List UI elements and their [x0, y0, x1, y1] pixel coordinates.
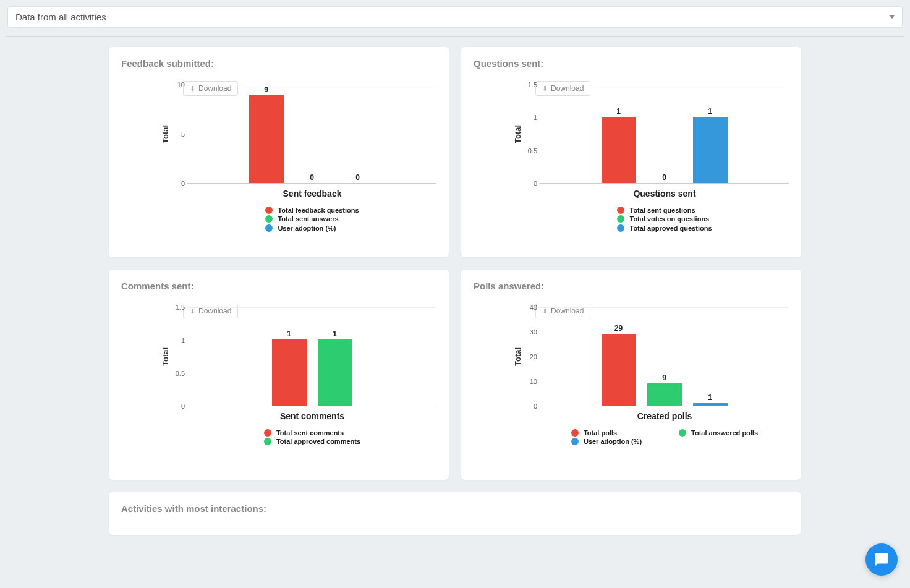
bar-slot: 9	[647, 308, 682, 406]
y-tick: 0	[534, 403, 537, 410]
legend-label: Total sent comments	[276, 428, 344, 437]
y-tick: 10	[530, 378, 537, 385]
y-tick: 20	[530, 353, 537, 360]
x-axis-label: Sent feedback	[188, 189, 436, 198]
bar-slot: 9	[249, 85, 284, 183]
chevron-down-icon	[890, 15, 895, 19]
card-title: Feedback submitted:	[121, 58, 436, 69]
y-tick: 1	[534, 114, 537, 121]
y-tick: 1	[181, 336, 185, 344]
activity-filter-dropdown[interactable]: Data from all activities	[7, 6, 903, 28]
bar	[249, 95, 284, 183]
bar-slot: 1	[318, 308, 352, 406]
bar	[647, 383, 682, 406]
legend-item: Total polls	[571, 428, 642, 437]
card-title: Polls answered:	[474, 281, 789, 291]
bar-value-label: 0	[355, 173, 360, 182]
y-tick: 0	[534, 180, 537, 187]
y-tick: 5	[181, 130, 185, 138]
y-tick: 10	[177, 81, 185, 88]
bar-slot: 0	[295, 85, 330, 183]
legend: Total pollsUser adoption (%)Total answer…	[540, 428, 789, 446]
legend-label: User adoption (%)	[278, 224, 336, 232]
bar-value-label: 1	[333, 330, 337, 338]
bar	[693, 403, 728, 406]
x-axis-label: Created polls	[540, 411, 789, 421]
bar-value-label: 0	[310, 173, 314, 182]
plot-area: 2991	[540, 307, 789, 406]
plot-area: 11	[187, 307, 436, 406]
card-polls-answered: Polls answered: ⬇DownloadTotal0102030402…	[461, 270, 801, 480]
bar-slot: 1	[602, 85, 636, 183]
legend-label: Total approved questions	[629, 224, 712, 232]
y-tick: 0.5	[176, 370, 185, 377]
legend-item: User adoption (%)	[571, 437, 642, 446]
bar	[693, 117, 728, 183]
legend-label: Total votes on questions	[629, 215, 709, 223]
bar	[602, 334, 636, 406]
dropdown-selected-label: Data from all activities	[15, 12, 106, 22]
y-axis-label: Total	[158, 85, 170, 184]
legend-label: Total approved comments	[276, 437, 360, 446]
divider	[6, 36, 904, 37]
card-feedback-submitted: Feedback submitted: ⬇DownloadTotal051090…	[109, 47, 449, 257]
card-title: Activities with most interactions:	[121, 503, 789, 514]
y-axis-ticks: 0510	[170, 85, 187, 184]
y-axis-ticks: 00.511.5	[170, 307, 187, 406]
legend-item: Total approved comments	[264, 437, 360, 446]
card-title: Questions sent:	[474, 58, 789, 69]
legend-item: Total sent answers	[265, 215, 359, 223]
bar-slot: 1	[693, 85, 728, 183]
legend-label: Total polls	[584, 428, 617, 437]
bar	[602, 117, 636, 183]
y-axis-label: Total	[511, 85, 522, 184]
y-axis-label: Total	[511, 307, 522, 406]
y-axis-ticks: 010203040	[522, 307, 540, 406]
legend-swatch	[617, 207, 624, 214]
bar-slot: 0	[341, 85, 375, 183]
legend-item: Total sent comments	[264, 428, 360, 437]
bar-value-label: 29	[614, 324, 623, 333]
bar-slot: 1	[272, 308, 307, 406]
legend-swatch	[571, 429, 579, 437]
legend-item: Total approved questions	[617, 224, 712, 232]
y-tick: 0	[181, 180, 185, 187]
legend: Total feedback questionsTotal sent answe…	[188, 206, 436, 232]
legend-swatch	[617, 215, 624, 223]
legend-swatch	[264, 429, 271, 437]
legend-label: Total answered polls	[691, 428, 758, 437]
y-tick: 0.5	[528, 147, 537, 155]
y-tick: 1.5	[528, 81, 537, 88]
y-tick: 1.5	[176, 304, 185, 311]
plot-area: 101	[540, 85, 789, 184]
card-comments-sent: Comments sent: ⬇DownloadTotal00.511.511S…	[109, 270, 449, 480]
y-axis-label: Total	[158, 307, 170, 406]
legend-item: Total answered polls	[679, 428, 758, 437]
legend: Total sent questionsTotal votes on quest…	[540, 206, 789, 232]
legend-swatch	[265, 207, 273, 214]
y-tick: 30	[530, 328, 537, 336]
bar-slot: 0	[647, 85, 682, 183]
y-tick: 40	[530, 304, 537, 311]
bar-slot: 1	[693, 308, 728, 406]
card-questions-sent: Questions sent: ⬇DownloadTotal00.511.510…	[461, 47, 801, 257]
bar-slot: 29	[602, 308, 636, 406]
bar-value-label: 1	[708, 107, 712, 116]
x-axis-label: Sent comments	[188, 411, 436, 421]
legend-label: Total feedback questions	[278, 206, 359, 215]
bar-value-label: 1	[616, 107, 621, 116]
bar-value-label: 0	[662, 173, 666, 182]
legend-swatch	[265, 224, 273, 232]
legend-label: Total sent answers	[278, 215, 338, 223]
y-tick: 0	[181, 403, 185, 410]
bar-value-label: 1	[708, 393, 712, 402]
card-activities-most-interactions: Activities with most interactions:	[109, 492, 801, 535]
plot-area: 900	[187, 85, 436, 184]
bar	[318, 339, 352, 406]
legend-item: Total sent questions	[617, 206, 712, 215]
bar-value-label: 9	[264, 85, 268, 94]
legend-swatch	[617, 224, 624, 232]
card-title: Comments sent:	[121, 281, 436, 291]
y-axis-ticks: 00.511.5	[522, 85, 540, 184]
bar	[272, 339, 307, 406]
